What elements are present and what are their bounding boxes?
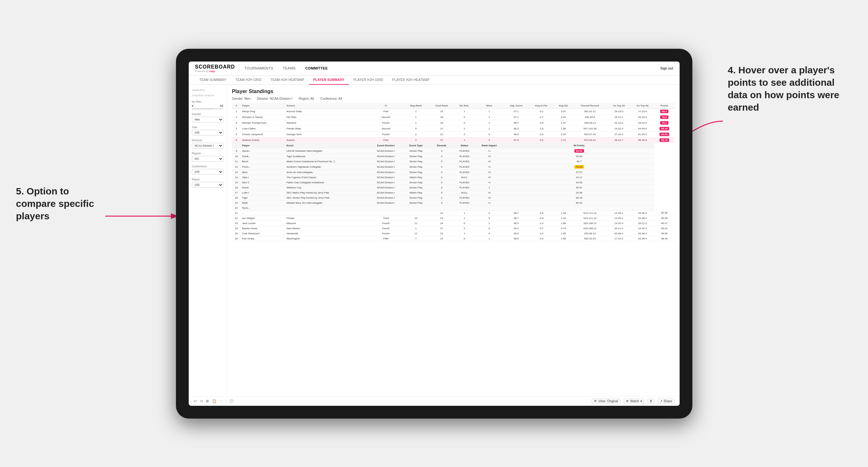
expanded-row[interactable]: 15 Alex C Fallen Oak Collegiate Invitati… <box>232 180 675 185</box>
tab-team-h2h-heatmap[interactable]: TEAM H2H HEATMAP <box>266 75 309 84</box>
col-adj-score: Adj. Score <box>504 103 528 109</box>
expanded-row[interactable]: 9 Jacob... UNCW Seahawk Intercollegiate … <box>232 148 675 154</box>
view-original-button[interactable]: 👁 View: Original <box>592 399 620 404</box>
cell-points[interactable]: 68.2 <box>654 108 675 114</box>
cell-points[interactable]: 60.02 <box>654 226 675 231</box>
exp-wpoints[interactable]: 24.11 <box>504 175 654 180</box>
exp-wpoints[interactable]: 30.47 <box>504 185 654 190</box>
cell-points[interactable]: 68.34 <box>654 126 675 131</box>
no-rds-slider[interactable] <box>192 108 223 110</box>
expanded-row[interactable]: 16 David Williams Cup NCAA Division I St… <box>232 185 675 190</box>
exp-status: PLAYED <box>454 195 475 200</box>
exp-rank: 12 <box>232 164 241 169</box>
exp-wpoints[interactable]: 56.18 <box>504 195 654 200</box>
exp-wpoints[interactable]: 65.40 <box>504 200 654 205</box>
tab-team-summary[interactable]: TEAM SUMMARY <box>195 75 231 84</box>
exp-player: Tiger <box>241 195 285 200</box>
nav-committee[interactable]: COMMITTEE <box>305 66 328 71</box>
col-rank: # <box>232 103 241 109</box>
cell-points[interactable]: 76.2 <box>654 114 675 120</box>
cell-wins: 1 <box>475 120 504 126</box>
nav-tournaments[interactable]: TOURNAMENTS <box>245 66 273 71</box>
exp-rank: 20 <box>232 205 241 210</box>
table-row[interactable]: 5 Christo Lamprecht Georgia Tech Fourth … <box>232 131 675 137</box>
redo-icon[interactable]: ↪ <box>200 399 203 403</box>
cell-record: 440-26-6 <box>573 114 607 120</box>
sign-out-link[interactable]: Sign out <box>660 66 673 70</box>
undo-icon[interactable]: ↩ <box>194 399 197 403</box>
player-select[interactable]: (All) <box>192 182 223 188</box>
tab-player-h2h-grid[interactable]: PLAYER H2H GRID <box>349 75 388 84</box>
table-row[interactable]: 26 Petr Hruby Washington Fifth 7 23 0 1 … <box>232 236 675 241</box>
region-select[interactable]: N/A <box>192 156 223 162</box>
cell-sg: 1.43 <box>554 216 573 221</box>
exp-wpoints[interactable]: 25.36 <box>504 190 654 195</box>
cell-points[interactable]: 58.18 <box>654 137 675 143</box>
tab-team-h2h-grid[interactable]: TEAM H2H GRID <box>231 75 266 84</box>
cell-reg-rank: 11 <box>403 221 429 226</box>
expanded-row[interactable]: 10 Gordi... Tiger Invitational NCAA Divi… <box>232 154 675 159</box>
cell-sg: 3.10 <box>554 114 573 120</box>
cell-topar: -0.8 <box>529 216 554 221</box>
exp-wpoints[interactable]: 37.57 <box>504 169 654 175</box>
table-row-highlighted[interactable]: 6 Jackson Koiron Auburn First 2 27 1 0 6… <box>232 137 675 143</box>
table-row[interactable]: 25 Cole Sherwood Vanderbilt Fourth 12 23… <box>232 231 675 236</box>
cell-rank: 2 <box>232 114 241 120</box>
cell-points[interactable]: 58.49 <box>654 236 675 241</box>
table-row[interactable]: 21 ... 24 1 0 68.7 -0.8 1.43 514-111-12 <box>232 210 675 216</box>
cell-school: Washington <box>285 236 369 241</box>
exp-wpoints[interactable]: 16.50 <box>504 180 654 185</box>
table-row[interactable]: 24 Bastien Amat New Mexico Fourth 1 27 2… <box>232 226 675 231</box>
exp-wpoints[interactable]: 46.7 <box>504 159 654 164</box>
cell-school: Stanford <box>285 120 369 126</box>
conference-section: Conference (All) <box>192 165 223 175</box>
tab-player-h2h-heatmap[interactable]: PLAYER H2H HEATMAP <box>388 75 434 84</box>
more-icon[interactable]: ··· <box>220 399 222 403</box>
gender-select[interactable]: Men <box>192 117 223 122</box>
conference-select[interactable]: (All) <box>192 169 223 175</box>
table-row[interactable]: 22 Ian Gilligan Florida Third 10 24 1 0 … <box>232 216 675 221</box>
exp-wpoints[interactable]: 53.60 <box>504 154 654 159</box>
table-row[interactable]: 3 Michael Thorbjornsen Stanford Fourth 1… <box>232 120 675 126</box>
expanded-row[interactable]: 19 Mottl Mirabel Maui Jim Intercollegiat… <box>232 200 675 205</box>
nav-teams[interactable]: TEAMS <box>283 66 296 71</box>
copy-icon[interactable]: ⊞ <box>206 399 209 403</box>
cell-points[interactable]: 60.27 <box>654 221 675 226</box>
expanded-row[interactable]: 11 Brent Wake Forest Invitational at Pin… <box>232 159 675 164</box>
cell-reg-rank <box>403 210 429 216</box>
expanded-row[interactable]: 18 Tiger SEC Stroke Play hosted by Jerry… <box>232 195 675 200</box>
region-filter-value: All <box>310 97 314 100</box>
expanded-row[interactable]: 13 Marc Amer An Intercollegiate NCAA Div… <box>232 169 675 175</box>
col-conf-rank: Conf Rank <box>429 103 454 109</box>
cell-points[interactable]: 60.58 <box>654 210 675 216</box>
clock-icon[interactable]: 🕐 <box>229 399 234 403</box>
exp-wpoints[interactable]: 20.64 <box>504 148 654 154</box>
table-row[interactable]: 1 Wenyi Ding Arizona State First 1 15 1 … <box>232 108 675 114</box>
cell-no-rds: 0 <box>454 114 475 120</box>
cell-points[interactable]: 59.95 <box>654 231 675 236</box>
year-select[interactable]: (All) <box>192 130 223 135</box>
expanded-row[interactable]: 17 Luke I SEC Match Play hosted by Jerry… <box>232 190 675 195</box>
cell-school: Georgia Tech <box>285 131 369 137</box>
exp-rank-impact: 1 <box>475 185 504 190</box>
cell-points[interactable]: 60.58 <box>654 216 675 221</box>
tab-player-summary[interactable]: PLAYER SUMMARY <box>309 75 349 85</box>
exp-wpoints[interactable]: 73.33 <box>504 164 654 169</box>
cell-points[interactable]: 70.2 <box>654 120 675 126</box>
expanded-row[interactable]: 12 Pinch... Southern Highlands Collegiat… <box>232 164 675 169</box>
paste-icon[interactable]: 📋 <box>212 399 216 403</box>
expanded-row[interactable]: 14 Jake I The Cypress Point Classic NCAA… <box>232 175 675 180</box>
table-row[interactable]: 2 Michael Le Sassie Ole Miss Second 1 18… <box>232 114 675 120</box>
cell-points[interactable]: 60.89 <box>654 131 675 137</box>
watch-button[interactable]: 👁 Watch ▾ <box>623 399 644 404</box>
division-select[interactable]: NCAA Division I <box>192 143 223 149</box>
export-button[interactable]: ⬆ <box>647 399 654 404</box>
cell-wins: 1 <box>475 114 504 120</box>
share-button[interactable]: ↗ Share <box>658 399 675 404</box>
table-row[interactable]: 4 Luke Claton Florida State Second 5 27 … <box>232 126 675 131</box>
expanded-row[interactable]: 20 Techi... <box>232 205 675 210</box>
col-no-rds: No Rds. <box>454 103 475 109</box>
cell-topar: -1.6 <box>529 236 554 241</box>
exp-division: NCAA Division I <box>369 154 403 159</box>
table-row[interactable]: 23 Jack Lundin Missouri Fourth 11 24 0 1… <box>232 221 675 226</box>
